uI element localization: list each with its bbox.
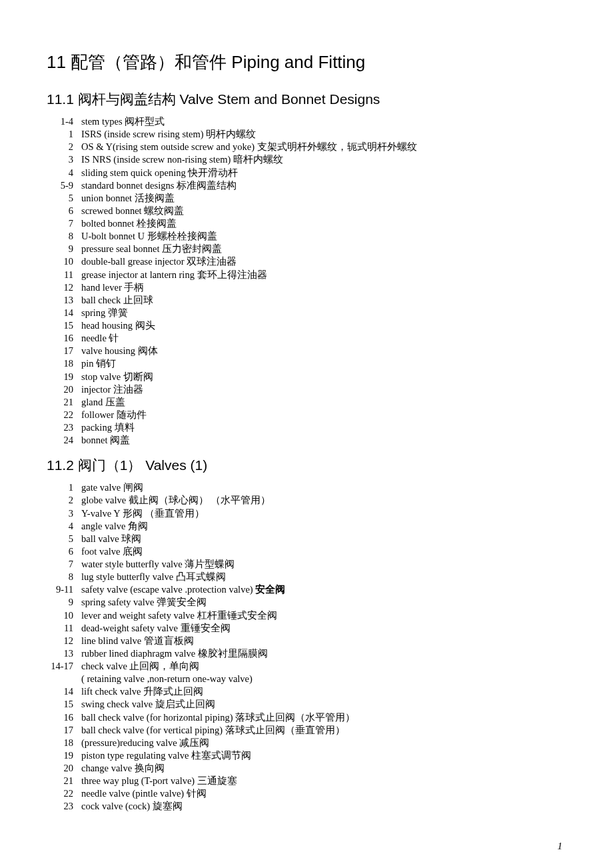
item-number: 15 (47, 319, 81, 332)
item-text: ball check valve (for horizontal piping)… (81, 711, 566, 724)
list-item: 13ball check 止回球 (47, 294, 566, 307)
item-number: 9 (47, 596, 81, 609)
item-number: 16 (47, 711, 81, 724)
list-item: 11grease injector at lantern ring 套环上得注油… (47, 269, 566, 281)
list-item: 21three way plug (T-port valve) 三通旋塞 (47, 775, 566, 787)
item-text: needle 针 (81, 332, 566, 345)
item-text: gate valve 闸阀 (81, 481, 566, 494)
item-text: head housing 阀头 (81, 319, 566, 332)
page-number: 1 (558, 841, 563, 852)
item-list: 1-4stem types 阀杆型式1ISRS (inside screw ri… (47, 115, 566, 447)
item-text: ( retaining valve ,non-return one-way va… (81, 673, 566, 685)
item-text: hand lever 手柄 (81, 281, 566, 294)
item-number: 13 (47, 294, 81, 307)
item-text: standard bonnet designs 标准阀盖结构 (81, 179, 566, 192)
item-number: 18 (47, 737, 81, 749)
item-number: 5 (47, 533, 81, 545)
item-number: 8 (47, 230, 81, 243)
item-number: 10 (47, 609, 81, 622)
item-text: angle valve 角阀 (81, 520, 566, 533)
list-item: 16ball check valve (for horizontal pipin… (47, 711, 566, 724)
item-text: piston type regulating valve 柱塞式调节阀 (81, 749, 566, 762)
item-number: 22 (47, 409, 81, 421)
item-number: 8 (47, 571, 81, 583)
list-item: 17ball check valve (for vertical piping)… (47, 724, 566, 737)
item-text: bolted bonnet 栓接阀盖 (81, 217, 566, 230)
item-number: 9-11 (47, 583, 81, 596)
list-item: 21gland 压盖 (47, 396, 566, 409)
list-item: 15swing check valve 旋启式止回阀 (47, 698, 566, 711)
item-text: bonnet 阀盖 (81, 434, 566, 447)
list-item: 1ISRS (inside screw rising stem) 明杆内螺纹 (47, 128, 566, 141)
list-item: 5union bonnet 活接阀盖 (47, 192, 566, 205)
item-text: pressure seal bonnet 压力密封阀盖 (81, 243, 566, 255)
list-item: 11dead-weight safety valve 重锤安全阀 (47, 622, 566, 635)
item-text: Y-valve Y 形阀 （垂直管用） (81, 507, 566, 520)
item-list: 1gate valve 闸阀2globe valve 截止阀（球心阀） （水平管… (47, 481, 566, 813)
list-item: 14lift check valve 升降式止回阀 (47, 685, 566, 698)
list-item: 7bolted bonnet 栓接阀盖 (47, 217, 566, 230)
item-number: 12 (47, 635, 81, 647)
item-number: 6 (47, 545, 81, 558)
item-number: 17 (47, 724, 81, 737)
item-number: 19 (47, 371, 81, 383)
item-text: ball check valve (for vertical piping) 落… (81, 724, 566, 737)
item-number: 2 (47, 141, 81, 153)
page: 11 配管（管路）和管件 Piping and Fitting 11.1 阀杆与… (0, 0, 613, 868)
item-number: 11 (47, 622, 81, 635)
list-item: 2OS & Y(rising stem outside screw and yo… (47, 141, 566, 153)
list-item: 22follower 随动件 (47, 409, 566, 421)
list-item: 4sliding stem quick opening 快开滑动杆 (47, 167, 566, 179)
list-item: 5ball valve 球阀 (47, 533, 566, 545)
list-item: 15head housing 阀头 (47, 319, 566, 332)
item-text: ISRS (inside screw rising stem) 明杆内螺纹 (81, 128, 566, 141)
list-item: 9pressure seal bonnet 压力密封阀盖 (47, 243, 566, 255)
item-number: 1-4 (47, 115, 81, 128)
list-item: 14-17check valve 止回阀，单向阀 (47, 660, 566, 673)
item-number: 7 (47, 558, 81, 571)
item-number: 21 (47, 775, 81, 787)
item-number: 5-9 (47, 179, 81, 192)
item-number: 20 (47, 762, 81, 775)
item-number: 12 (47, 281, 81, 294)
list-item: 9-11safety valve (escape valve .protecti… (47, 583, 566, 596)
item-text: gland 压盖 (81, 396, 566, 409)
item-text: screwed bonnet 螺纹阀盖 (81, 205, 566, 217)
item-number: 24 (47, 434, 81, 447)
item-text: ball valve 球阀 (81, 533, 566, 545)
item-text: safety valve (escape valve .protection v… (81, 583, 566, 596)
list-item: 12hand lever 手柄 (47, 281, 566, 294)
item-number: 3 (47, 153, 81, 166)
item-text: IS NRS (inside screw non-rising stem) 暗杆… (81, 153, 566, 166)
item-number: 6 (47, 205, 81, 217)
item-text: foot valve 底阀 (81, 545, 566, 558)
item-number: 5 (47, 192, 81, 205)
list-item: 13rubber lined diaphragm valve 橡胶衬里隔膜阀 (47, 647, 566, 660)
list-item: 14spring 弹簧 (47, 307, 566, 319)
item-text: cock valve (cock) 旋塞阀 (81, 800, 566, 813)
item-text: (pressure)reducing valve 减压阀 (81, 737, 566, 749)
list-item: 8U-bolt bonnet U 形螺栓栓接阀盖 (47, 230, 566, 243)
item-number: 1 (47, 481, 81, 494)
item-text: water style butterfly valve 薄片型蝶阀 (81, 558, 566, 571)
item-number: 23 (47, 800, 81, 813)
item-text: follower 随动件 (81, 409, 566, 421)
item-text: line blind valve 管道盲板阀 (81, 635, 566, 647)
item-text: stem types 阀杆型式 (81, 115, 566, 128)
item-text: lug style butterfly valve 凸耳式蝶阀 (81, 571, 566, 583)
page-title: 11 配管（管路）和管件 Piping and Fitting (47, 51, 566, 74)
list-item: 18pin 销钉 (47, 357, 566, 370)
list-item: 6screwed bonnet 螺纹阀盖 (47, 205, 566, 217)
list-item: 1-4stem types 阀杆型式 (47, 115, 566, 128)
list-item: 23cock valve (cock) 旋塞阀 (47, 800, 566, 813)
item-text: U-bolt bonnet U 形螺栓栓接阀盖 (81, 230, 566, 243)
list-item: 19stop valve 切断阀 (47, 371, 566, 383)
item-number: 1 (47, 128, 81, 141)
item-number: 11 (47, 269, 81, 281)
list-item: 20change valve 换向阀 (47, 762, 566, 775)
list-item: 6foot valve 底阀 (47, 545, 566, 558)
item-number: 20 (47, 383, 81, 396)
item-number: 14 (47, 685, 81, 698)
item-number: 15 (47, 698, 81, 711)
item-number: 4 (47, 167, 81, 179)
